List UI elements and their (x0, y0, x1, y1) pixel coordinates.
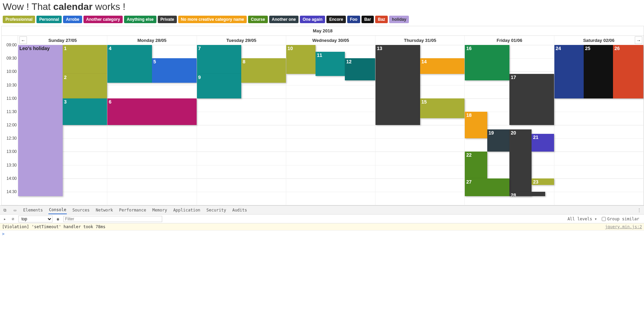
calendar-event[interactable]: 15 (420, 98, 465, 119)
event-label: 16 (466, 46, 508, 51)
event-label: 8 (243, 59, 285, 64)
time-label: 11:30 (2, 109, 17, 114)
calendar-event[interactable]: 17 (509, 74, 554, 125)
calendar-event[interactable]: 8 (241, 58, 286, 83)
calendar-event[interactable]: 27 (465, 178, 509, 196)
calendar: May 2018 ← → Sunday 27/05Monday 28/05Tue… (1, 26, 644, 205)
category-tag[interactable]: No more creative category name (178, 16, 247, 23)
devtools-more-icon[interactable]: ⋮ (637, 208, 641, 213)
calendar-event[interactable]: 20 (509, 129, 532, 196)
day-column[interactable]: 16171819202122272823 (465, 45, 554, 205)
day-column[interactable]: 456 (107, 45, 197, 205)
category-tag[interactable]: Baz (375, 16, 388, 23)
category-tag[interactable]: Course (248, 16, 267, 23)
category-tag[interactable]: Foo (347, 16, 360, 23)
calendar-event[interactable]: 2 (63, 74, 107, 98)
event-label: 15 (421, 99, 463, 105)
devtools-tab[interactable]: Network (95, 206, 114, 214)
inspect-icon[interactable]: ⧉ (2, 207, 7, 213)
devtools-tab[interactable]: Elements (22, 206, 44, 214)
calendar-event[interactable]: 23 (532, 178, 554, 185)
day-header: Monday 28/05 (107, 36, 197, 45)
console-log-row: [Violation] 'setTimeout' handler took 78… (0, 223, 644, 231)
eye-icon[interactable]: ◉ (55, 216, 61, 222)
devtools-tab[interactable]: Performance (119, 206, 147, 214)
day-column[interactable]: 131415 (375, 45, 465, 205)
console-prompt[interactable]: > (0, 231, 644, 237)
category-tag[interactable]: Another category (83, 16, 123, 23)
category-tag[interactable]: One again (300, 16, 325, 23)
calendar-event[interactable]: 19 (487, 129, 509, 152)
day-column[interactable]: 798 (197, 45, 286, 205)
devtools-panel: ⧉ ▭ ElementsConsoleSourcesNetworkPerform… (0, 205, 644, 237)
execution-context-select[interactable]: top (18, 216, 52, 222)
holiday-event[interactable]: Leo's holiday (18, 45, 63, 196)
calendar-event[interactable]: 14 (420, 58, 465, 74)
category-tag[interactable]: Encore (326, 16, 346, 23)
calendar-event[interactable]: 22 (465, 152, 487, 178)
calendar-event[interactable]: 12 (345, 58, 375, 80)
clear-console-icon[interactable]: ⊘ (10, 216, 16, 222)
page-title: Wow ! That calendar works ! (3, 1, 641, 12)
calendar-event[interactable]: 10 (286, 45, 316, 74)
event-label: 5 (153, 59, 195, 64)
group-similar-checkbox[interactable] (602, 217, 606, 221)
calendar-event[interactable]: 18 (465, 112, 487, 138)
devtools-tab[interactable]: Sources (72, 206, 90, 214)
calendar-event[interactable]: 24 (554, 45, 584, 98)
calendar-event[interactable]: 9 (197, 74, 242, 98)
category-tag[interactable]: Private (158, 16, 177, 23)
devtools-tab[interactable]: Memory (152, 206, 168, 214)
event-label: 12 (346, 59, 374, 64)
day-column[interactable]: 242526 (554, 45, 644, 205)
category-tag[interactable]: Anything else (124, 16, 156, 23)
time-label: 09:30 (2, 56, 17, 61)
time-label: 12:30 (2, 136, 17, 141)
event-label: 24 (556, 46, 582, 51)
title-prefix: Wow ! That (3, 1, 53, 12)
devtools-tab[interactable]: Security (206, 206, 227, 214)
category-tag[interactable]: Bar (362, 16, 374, 23)
calendar-event[interactable]: 11 (316, 52, 345, 76)
day-column[interactable]: 101112 (286, 45, 375, 205)
calendar-event[interactable]: 5 (152, 58, 197, 83)
devtools-tab[interactable]: Application (172, 206, 201, 214)
console-filter-input[interactable] (63, 216, 162, 222)
console-log-source-link[interactable]: jquery.min.js:2 (605, 224, 642, 229)
device-icon[interactable]: ▭ (12, 207, 18, 213)
calendar-event[interactable]: 4 (107, 45, 152, 83)
category-tag[interactable]: Arrobe (63, 16, 82, 23)
time-column: 09:0009:3010:0010:3011:0011:3012:0012:30… (2, 45, 18, 205)
calendar-event[interactable]: 25 (584, 45, 613, 98)
calendar-event[interactable]: 21 (532, 134, 554, 152)
event-label: 1 (64, 46, 106, 51)
event-label: 9 (198, 75, 240, 80)
calendar-event[interactable]: 3 (63, 98, 107, 125)
calendar-event[interactable]: 28 (509, 192, 545, 196)
calendar-event[interactable]: 6 (107, 98, 196, 125)
time-label: 13:30 (2, 163, 17, 168)
log-levels-dropdown[interactable]: All levels ▾ (567, 217, 597, 221)
calendar-event[interactable]: 13 (375, 45, 420, 125)
event-label: 28 (511, 192, 544, 196)
devtools-tab[interactable]: Audits (232, 206, 248, 214)
calendar-event[interactable]: 16 (465, 45, 509, 80)
event-label: 7 (198, 46, 240, 51)
calendar-event[interactable]: 1 (63, 45, 107, 74)
day-column[interactable]: Leo's holiday123 (18, 45, 107, 205)
calendar-event[interactable]: 7 (197, 45, 242, 74)
event-label: 13 (377, 46, 419, 51)
sidebar-toggle-icon[interactable]: ▸ (2, 216, 7, 222)
time-label: 12:00 (2, 123, 17, 127)
event-label: 20 (511, 130, 530, 136)
event-label: 27 (466, 179, 508, 185)
category-tag[interactable]: holiday (389, 16, 409, 23)
group-similar-toggle[interactable]: Group similar (602, 217, 639, 221)
event-label: Leo's holiday (19, 46, 61, 51)
devtools-tab[interactable]: Console (48, 206, 67, 214)
day-header: Friday 01/06 (465, 36, 554, 45)
category-tag[interactable]: Personnal (36, 16, 62, 23)
calendar-event[interactable]: 26 (613, 45, 643, 98)
category-tag[interactable]: Professionnal (3, 16, 35, 23)
category-tag[interactable]: Another one (269, 16, 299, 23)
